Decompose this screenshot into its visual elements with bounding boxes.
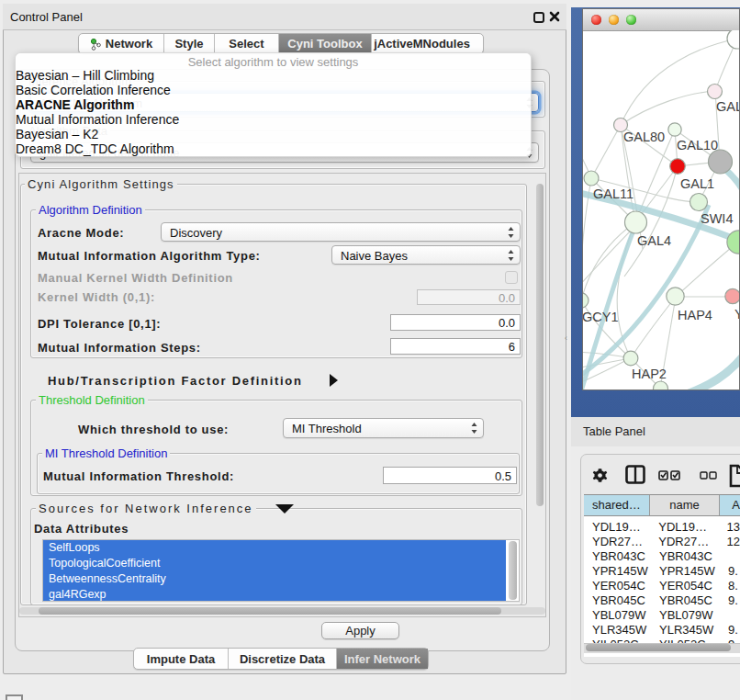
svg-text:Y: Y	[734, 307, 739, 322]
svg-text:GAL7: GAL7	[716, 99, 739, 114]
svg-text:HAP2: HAP2	[632, 367, 667, 381]
svg-text:GAL80: GAL80	[623, 130, 665, 144]
svg-text:GAL1: GAL1	[680, 176, 714, 191]
svg-text:GAL10: GAL10	[677, 138, 718, 152]
svg-text:GAL4: GAL4	[637, 233, 671, 248]
svg-text:GAL11: GAL11	[593, 186, 633, 201]
svg-text:HAP4: HAP4	[678, 308, 712, 322]
svg-text:SWI4: SWI4	[701, 211, 733, 226]
svg-text:GCY1: GCY1	[583, 310, 619, 324]
